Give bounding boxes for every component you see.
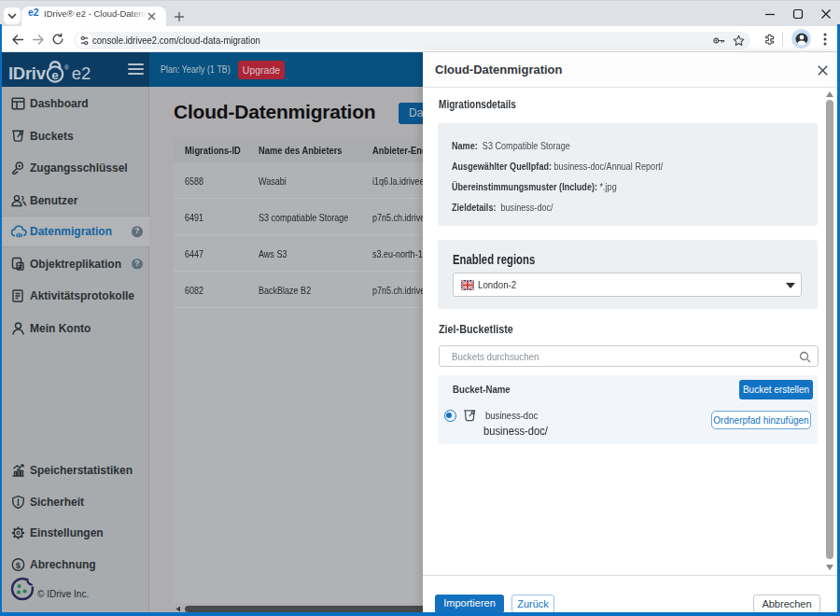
svg-text:e: e <box>51 68 59 82</box>
svg-text:$: $ <box>16 559 21 569</box>
